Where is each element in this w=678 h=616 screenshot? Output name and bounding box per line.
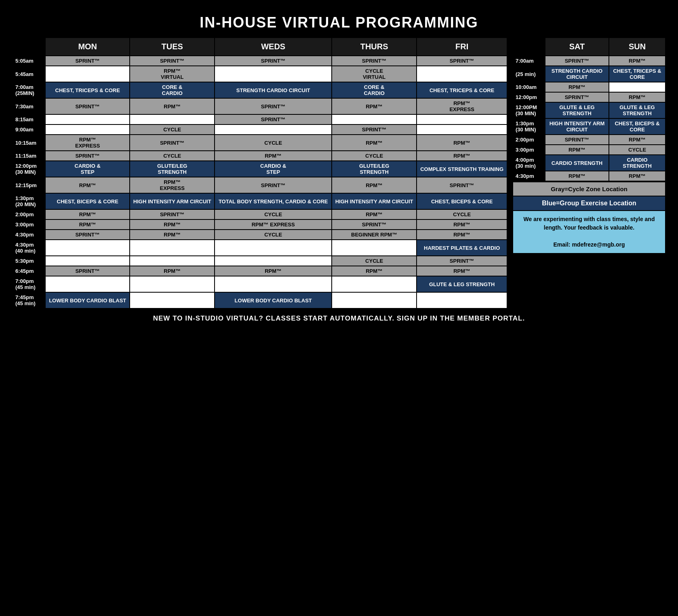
- main-cell: SPRINT™: [130, 209, 215, 219]
- main-cell: SPRINT™: [215, 177, 332, 193]
- main-cell: SPRINT™: [45, 56, 130, 66]
- main-table-row: 9:00amCYCLESPRINT™: [13, 124, 507, 135]
- right-time-cell: (25 min): [513, 66, 545, 82]
- main-time-cell: 7:45pm (45 min): [13, 292, 45, 308]
- right-cell: SPRINT™: [545, 92, 609, 102]
- right-cell: CARDIO STRENGTH: [545, 155, 609, 171]
- main-cell: RPM™: [215, 151, 332, 161]
- main-cell: CYCLE: [130, 124, 215, 135]
- main-cell: [332, 114, 417, 124]
- main-table-row: 1:30pm (20 MIN)CHEST, BICEPS & COREHIGH …: [13, 193, 507, 209]
- main-table-row: 4:30pmSPRINT™RPM™CYCLEBEGINNER RPM™RPM™: [13, 230, 507, 240]
- main-cell: RPM™: [215, 266, 332, 276]
- main-cell: SPRINT™: [130, 135, 215, 151]
- main-cell: [45, 276, 130, 292]
- right-table-row: 1:30pm (30 MIN)HIGH INTENSITY ARM CIRCUI…: [513, 118, 665, 135]
- main-time-cell: 10:15am: [13, 135, 45, 151]
- main-cell: CYCLE: [215, 135, 332, 151]
- main-cell: GLUTE/LEG STRENGTH: [130, 161, 215, 177]
- main-cell: BEGINNER RPM™: [332, 230, 417, 240]
- header-fri: FRI: [417, 38, 507, 56]
- main-time-cell: 7:00am (25MIN): [13, 82, 45, 98]
- main-cell: [417, 292, 507, 308]
- main-cell: SPRINT™: [332, 56, 417, 66]
- header-mon: MON: [45, 38, 130, 56]
- right-cell: RPM™: [545, 145, 609, 155]
- right-table-row: 12:00pmSPRINT™RPM™: [513, 92, 665, 102]
- main-cell: [332, 240, 417, 256]
- main-cell: [215, 124, 332, 135]
- main-cell: CYCLE: [332, 151, 417, 161]
- main-cell: [417, 66, 507, 82]
- main-cell: SPRINT™: [332, 219, 417, 230]
- main-cell: SPRINT™: [417, 56, 507, 66]
- main-cell: RPM™: [417, 266, 507, 276]
- right-cell: RPM™: [609, 171, 665, 181]
- main-cell: RPM™: [45, 209, 130, 219]
- main-time-cell: 12:00pm (30 MIN): [13, 161, 45, 177]
- main-cell: RPM™: [332, 135, 417, 151]
- main-table-row: 10:15amRPM™ EXPRESSSPRINT™CYCLERPM™RPM™: [13, 135, 507, 151]
- main-cell: [130, 292, 215, 308]
- main-cell: CYCLE: [130, 151, 215, 161]
- main-cell: RPM™ EXPRESS: [215, 219, 332, 230]
- main-time-cell: 5:05am: [13, 56, 45, 66]
- main-cell: HIGH INTENSITY ARM CIRCUIT: [130, 193, 215, 209]
- right-cell: SPRINT™: [545, 135, 609, 145]
- right-time-cell: 12:00pm: [513, 92, 545, 102]
- main-cell: CHEST, TRICEPS & CORE: [417, 82, 507, 98]
- header-tues: TUES: [130, 38, 215, 56]
- main-cell: RPM™: [417, 219, 507, 230]
- main-cell: CARDIO & STEP: [215, 161, 332, 177]
- main-cell: COMPLEX STRENGTH TRAINING: [417, 161, 507, 177]
- main-cell: SPRINT™: [417, 256, 507, 266]
- main-cell: [332, 292, 417, 308]
- right-cell: SPRINT™: [545, 56, 609, 66]
- right-cell: STRENGTH CARDIO CIRCUIT: [545, 66, 609, 82]
- legend-section: Gray=Cycle Zone Location Blue=Group Exer…: [512, 181, 666, 254]
- main-table-row: 5:05amSPRINT™SPRINT™SPRINT™SPRINT™SPRINT…: [13, 56, 507, 66]
- main-time-cell: 2:00pm: [13, 209, 45, 219]
- main-table-row: 7:45pm (45 min)LOWER BODY CARDIO BLASTLO…: [13, 292, 507, 308]
- main-time-cell: 4:30pm: [13, 230, 45, 240]
- main-time-cell: 7:30am: [13, 98, 45, 114]
- main-table-row: 8:15amSPRINT™: [13, 114, 507, 124]
- main-cell: [332, 276, 417, 292]
- right-time-cell: 7:00am: [513, 56, 545, 66]
- main-cell: RPM™: [417, 135, 507, 151]
- main-cell: SPRINT™: [45, 266, 130, 276]
- main-cell: CORE & CARDIO: [332, 82, 417, 98]
- right-table-row: 12:00PM (30 MIN)GLUTE & LEG STRENGTHGLUT…: [513, 102, 665, 118]
- main-cell: RPM™ EXPRESS: [130, 177, 215, 193]
- main-time-cell: 4:30pm (40 min): [13, 240, 45, 256]
- right-cell: CARDIO STRENGTH: [609, 155, 665, 171]
- right-table-row: 10:00amRPM™: [513, 82, 665, 92]
- footer-bar: NEW TO IN-STUDIO VIRTUAL? CLASSES START …: [12, 309, 666, 325]
- main-table-row: 7:30amSPRINT™RPM™SPRINT™RPM™RPM™ EXPRESS: [13, 98, 507, 114]
- main-cell: [45, 66, 130, 82]
- right-cell: [609, 82, 665, 92]
- right-table-row: 2:00pmSPRINT™RPM™: [513, 135, 665, 145]
- main-cell: RPM™: [130, 98, 215, 114]
- legend-gray: Gray=Cycle Zone Location: [513, 182, 665, 196]
- right-time-cell: 4:30pm: [513, 171, 545, 181]
- right-cell: HIGH INTENSITY ARM CIRCUIT: [545, 118, 609, 135]
- main-time-cell: 6:45pm: [13, 266, 45, 276]
- main-table-row: 4:30pm (40 min)HARDEST PILATES & CARDIO: [13, 240, 507, 256]
- main-header-row: MON TUES WEDS THURS FRI: [13, 38, 507, 56]
- right-cell: RPM™: [545, 82, 609, 92]
- main-table-row: 5:45amRPM™ VIRTUALCYCLE VIRTUAL: [13, 66, 507, 82]
- main-cell: [130, 114, 215, 124]
- main-table-row: 2:00pmRPM™SPRINT™CYCLERPM™CYCLE: [13, 209, 507, 219]
- main-cell: SPRINT™: [332, 124, 417, 135]
- main-table-row: 7:00am (25MIN)CHEST, TRICEPS & CORECORE …: [13, 82, 507, 98]
- main-cell: [215, 256, 332, 266]
- main-time-cell: 5:45am: [13, 66, 45, 82]
- main-table-row: 11:15amSPRINT™CYCLERPM™CYCLERPM™: [13, 151, 507, 161]
- right-cell: RPM™: [609, 135, 665, 145]
- main-cell: CYCLE VIRTUAL: [332, 66, 417, 82]
- page-wrapper: IN-HOUSE VIRTUAL PROGRAMMING MON TUES WE…: [4, 4, 674, 333]
- main-cell: LOWER BODY CARDIO BLAST: [215, 292, 332, 308]
- main-cell: SPRINT™: [215, 98, 332, 114]
- main-table-row: 3:00pmRPM™RPM™RPM™ EXPRESSSPRINT™RPM™: [13, 219, 507, 230]
